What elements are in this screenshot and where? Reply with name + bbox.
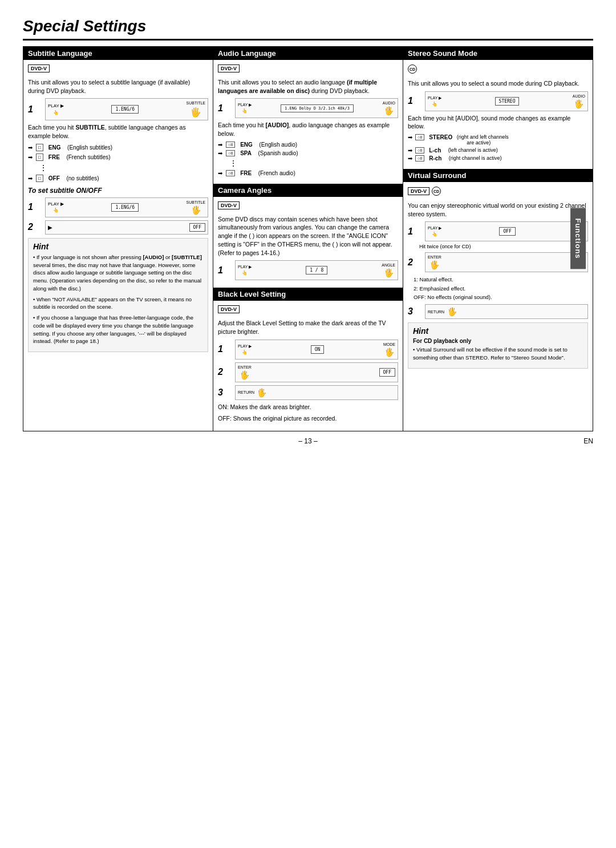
black-on-note: ON: Makes the dark areas brighter. bbox=[218, 403, 398, 411]
audio-language-header: Audio Language bbox=[213, 47, 403, 60]
black-dvd-icon: DVD-V bbox=[218, 305, 240, 313]
camera-angles-header: Camera Angles bbox=[213, 184, 403, 197]
subtitle-language-section: Subtitle Language DVD-V This unit allows… bbox=[23, 47, 213, 431]
vs-effects-list: 1: Natural effect. 2: Emphasized effect.… bbox=[414, 275, 588, 301]
stereo-body-text: This unit allows you to select a sound m… bbox=[408, 79, 588, 88]
stereo-sound-header: Stereo Sound Mode bbox=[403, 47, 593, 60]
camera-body-text: Some DVD discs may contain scenes which … bbox=[218, 215, 398, 257]
cd-icon: CD bbox=[408, 64, 417, 74]
audio-step1-display: 1.ENG Dolby D 3/2.1ch 48k/3 bbox=[281, 104, 354, 112]
bottom-bar: – 13 – EN bbox=[23, 437, 593, 445]
subtitle-hint-text: If your language is not shown after pres… bbox=[33, 253, 203, 345]
en-label: EN bbox=[583, 437, 593, 445]
subtitle-language-header: Subtitle Language bbox=[23, 47, 213, 60]
subtitle-hint-box: Hint If your language is not shown after… bbox=[28, 238, 208, 352]
vs-hint-text: Virtual Surround will not be effective i… bbox=[413, 346, 583, 362]
audio-body2: Each time you hit [AUDIO], audio languag… bbox=[218, 121, 398, 138]
subtitle-hint-title: Hint bbox=[33, 242, 203, 251]
vs-step1-display: OFF bbox=[499, 227, 515, 236]
vs-hint-subtitle: For CD playback only bbox=[413, 338, 583, 344]
subtitle-substep2-display: OFF bbox=[189, 223, 205, 232]
stereo-body2: Each time you hit [AUDIO], sound mode ch… bbox=[408, 114, 588, 131]
audio-body-text: This unit allows you to select an audio … bbox=[218, 78, 398, 95]
subtitle-subsection-title: To set subtitle ON/OFF bbox=[28, 187, 208, 195]
stereo-mode-flow: ➡ ○II STEREO (right and left channels ar… bbox=[408, 134, 588, 161]
black-step2-display: OFF bbox=[379, 368, 395, 377]
vs-cd-icon: CD bbox=[432, 187, 441, 196]
audio-lang-flow: ➡ ○II ENG (English audio) ➡ ○II SPA (Spa… bbox=[218, 142, 398, 176]
vs-dvd-icon: DVD-V bbox=[408, 187, 429, 195]
black-off-note: OFF: Shows the original picture as recor… bbox=[218, 414, 398, 423]
subtitle-substep1-display: 1.ENG/6 bbox=[111, 203, 139, 212]
stereo-step1-display: STEREO bbox=[495, 97, 520, 106]
step-1-num: 1 bbox=[28, 104, 37, 115]
black-step1-display: ON bbox=[311, 345, 325, 354]
dvd-icon: DVD-V bbox=[28, 64, 50, 72]
audio-dvd-icon: DVD-V bbox=[218, 64, 240, 72]
stereo-sound-section: Stereo Sound Mode CD This unit allows yo… bbox=[403, 47, 593, 431]
subtitle-body-text: This unit allows you to select a subtitl… bbox=[28, 78, 208, 95]
virtual-surround-header: Virtual Surround bbox=[403, 169, 593, 182]
black-level-header: Black Level Setting bbox=[213, 288, 403, 301]
subtitle-body2: Each time you hit SUBTITLE, subtitle lan… bbox=[28, 123, 208, 140]
camera-dvd-icon: DVD-V bbox=[218, 201, 240, 209]
subtitle-step1-display: 1.ENG/6 bbox=[111, 105, 139, 114]
subtitle-btn-label: SUBTITLE bbox=[187, 101, 205, 105]
vs-step1-note: Hit twice (once for CD) bbox=[419, 244, 588, 249]
page-number: – 13 – bbox=[298, 437, 317, 445]
vs-hint-title: Hint bbox=[413, 326, 583, 336]
page-title: Special Settings bbox=[23, 17, 593, 41]
functions-tab: Functions bbox=[570, 208, 586, 269]
vs-body-text: You can enjoy stereophonic virtual world… bbox=[408, 201, 588, 218]
subtitle-lang-flow: ➡ □ ENG (English subtitles) ➡ □ FRE (Fre… bbox=[28, 144, 208, 182]
camera-step1-display: 1 / 8 bbox=[306, 266, 327, 274]
audio-language-section: Audio Language DVD-V This unit allows yo… bbox=[213, 47, 403, 431]
black-body-text: Adjust the Black Level Setting to make t… bbox=[218, 319, 398, 336]
vs-hint-box: Hint For CD playback only Virtual Surrou… bbox=[408, 322, 588, 369]
